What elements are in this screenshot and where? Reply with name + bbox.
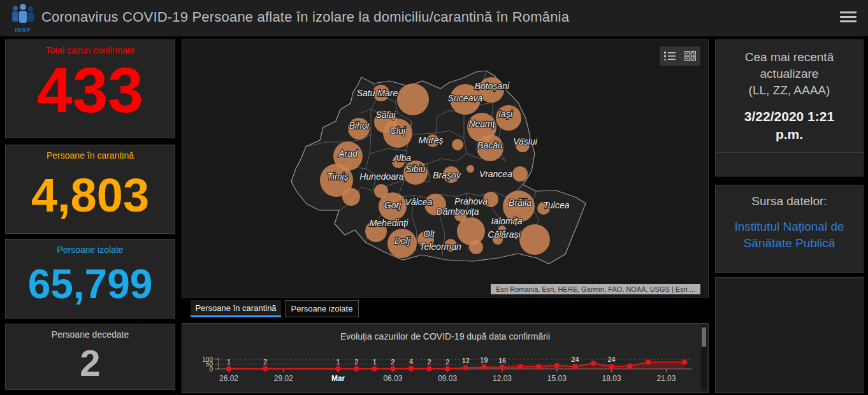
county-label: Satu Mare [357, 88, 398, 98]
x-tick-label: 15.03 [547, 374, 567, 383]
chart-scrollbar[interactable] [701, 326, 707, 391]
map-panel: Satu MareBotoșaniSuceavaIașiSălajBihorCl… [182, 40, 709, 298]
data-point [609, 364, 614, 370]
data-point [500, 364, 505, 370]
county-label: Arad [338, 148, 358, 159]
data-point-label: 16 [498, 357, 506, 364]
data-point-label: 4 [409, 357, 413, 365]
divider [716, 152, 863, 153]
county-label: Vaslui [513, 136, 538, 147]
data-point-label: 19 [480, 356, 488, 364]
county-label: Timiș [327, 171, 348, 182]
data-point-label: 2 [445, 358, 449, 366]
county-label: Teleorman [419, 241, 461, 252]
dashboard: INSP Coronavirus COVID-19 Persoane aflat… [0, 0, 868, 395]
county-bubble[interactable] [467, 165, 474, 173]
county-label: Călărași [488, 229, 521, 240]
stat-value-confirmed: 433 [6, 58, 175, 122]
map-attribution: Esri Romania, Esri, HERE, Garmin, FAO, N… [491, 284, 700, 294]
x-tick-label: 06.03 [383, 374, 402, 383]
data-point-label: 24 [571, 356, 579, 363]
county-label: Dolj [394, 236, 410, 246]
page-title: Coronavirus COVID-19 Persoane aflate în … [41, 9, 569, 25]
chart-title: Evoluția cazurilor de COVID-19 după data… [182, 331, 708, 341]
data-point [554, 363, 560, 368]
data-point [409, 366, 414, 371]
county-label: Botoșani [475, 81, 510, 91]
stat-card-deceased: Persoane decedate 2 [5, 324, 175, 390]
data-source-link[interactable]: Institutul Național de Sănătate Publică [716, 219, 863, 252]
data-point [646, 359, 651, 365]
county-label: Suceava [448, 93, 483, 103]
tab-label: Persoane în carantină [195, 303, 276, 313]
data-point [481, 364, 487, 370]
data-point [354, 366, 359, 371]
romania-map[interactable]: Satu MareBotoșaniSuceavaIașiSălajBihorCl… [182, 40, 709, 298]
county-label: Sibiu [405, 164, 425, 174]
county-label: Sălaj [375, 110, 396, 120]
data-point [572, 364, 578, 370]
county-bubble-Vrancea[interactable] [512, 166, 528, 182]
county-label: Gorj [384, 200, 401, 210]
data-source-link-line: Institutul Național de [716, 219, 863, 235]
legend-button[interactable] [662, 48, 678, 64]
data-point [682, 359, 688, 365]
data-point [463, 365, 469, 371]
county-bubble[interactable] [452, 139, 463, 150]
data-point [226, 366, 232, 372]
county-label: Cluj [390, 126, 406, 136]
empty-panel [715, 277, 864, 393]
last-update-datetime-line: 3/22/2020 1:21 [716, 108, 863, 126]
insp-logo-icon: INSP [9, 4, 37, 33]
tab-persoane-izolate[interactable]: Persoane izolate [285, 300, 359, 317]
data-point-label: 2 [263, 358, 267, 366]
county-label: Olt [423, 229, 435, 239]
county-label: Hunedoara [359, 171, 403, 182]
data-point-label: 1 [336, 358, 340, 366]
data-source-link-line: Sănătate Publică [716, 235, 863, 252]
tab-persoane-in-carantina[interactable]: Persoane în carantină [191, 300, 281, 317]
x-tick-label: Mar [331, 374, 345, 383]
data-point [335, 366, 341, 372]
data-point [263, 366, 268, 371]
x-tick-label: 12.03 [493, 374, 512, 383]
chart-panel: 10050026.0229.02Mar06.0309.0312.0315.031… [182, 323, 709, 393]
x-tick-label: 21.03 [656, 374, 676, 383]
county-label: Tulcea [544, 200, 570, 210]
last-update-title: Cea mai recentă actualizare (LL, ZZ, AAA… [716, 49, 863, 99]
basemap-gallery-button[interactable] [682, 48, 698, 64]
county-bubble[interactable] [469, 240, 483, 254]
county-label: Vrancea [479, 169, 512, 179]
menu-hamburger-icon[interactable] [840, 11, 857, 24]
data-point-label: 1 [373, 358, 377, 366]
county-bubble[interactable] [342, 188, 360, 206]
data-point [390, 366, 396, 371]
insp-logo-text: INSP [9, 27, 37, 33]
county-label: Bacău [477, 140, 503, 150]
y-tick-label: 0 [209, 366, 213, 373]
last-update-title-line: actualizare [716, 66, 863, 82]
county-bubble[interactable] [519, 224, 550, 255]
stat-value-deceased: 2 [6, 345, 175, 382]
county-bubble[interactable] [397, 83, 429, 115]
county-label: Dâmbovița [437, 206, 479, 217]
data-point-label: 12 [462, 357, 470, 364]
data-source-card: Sursa datelor: Institutul Național de Să… [715, 185, 864, 273]
last-update-title-line: Cea mai recentă [716, 49, 863, 66]
data-point-label: 1 [227, 358, 231, 366]
county-label: Neamț [468, 118, 495, 129]
last-update-card: Cea mai recentă actualizare (LL, ZZ, AAA… [715, 40, 864, 176]
data-point [536, 364, 542, 370]
data-point-label: 24 [607, 356, 615, 363]
map-toolbar [660, 47, 700, 66]
county-label: Brăila [509, 198, 532, 208]
county-label: Ialomița [491, 216, 522, 226]
county-label: Bihor [349, 120, 371, 131]
county-label: Alba [393, 153, 411, 163]
county-label: Brașov [433, 170, 461, 180]
stat-label-deceased: Persoane decedate [6, 329, 175, 340]
chart-scrollbar-thumb[interactable] [702, 327, 706, 347]
data-point [627, 363, 633, 369]
county-label: Prahova [454, 196, 488, 206]
x-tick-label: 29.02 [274, 374, 293, 383]
